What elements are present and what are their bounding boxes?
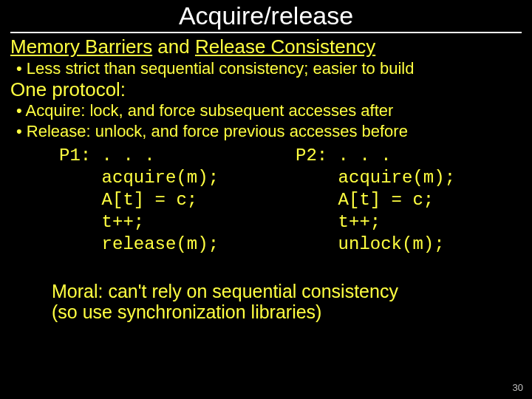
code-block: P1: . . . acquire(m); A[t] = c; t++; rel… bbox=[59, 145, 532, 256]
subtitle-part-c: Release Consistency bbox=[195, 35, 375, 58]
code-p1-label: P1: . . . bbox=[59, 146, 155, 166]
slide-title: Acquire/release bbox=[0, 0, 532, 30]
subtitle-part-b: and bbox=[152, 35, 195, 58]
subtitle-part-a: Memory Barriers bbox=[10, 35, 152, 58]
code-p2-label: P2: . . . bbox=[296, 146, 392, 166]
code-p1-body: acquire(m); A[t] = c; t++; release(m); bbox=[59, 168, 219, 254]
protocol-heading: One protocol: bbox=[10, 79, 522, 100]
bullet-acquire: Acquire: lock, and force subsequent acce… bbox=[28, 101, 532, 120]
moral-line-1: Moral: can't rely on sequential consiste… bbox=[52, 281, 398, 301]
page-number: 30 bbox=[513, 382, 523, 393]
code-col-p1: P1: . . . acquire(m); A[t] = c; t++; rel… bbox=[59, 145, 296, 256]
code-col-p2: P2: . . . acquire(m); A[t] = c; t++; unl… bbox=[296, 145, 532, 256]
bullet-release: Release: unlock, and force previous acce… bbox=[28, 122, 532, 140]
code-p2-body: acquire(m); A[t] = c; t++; unlock(m); bbox=[296, 168, 455, 254]
title-rule bbox=[10, 32, 522, 33]
subtitle: Memory Barriers and Release Consistency bbox=[10, 36, 522, 58]
bullet-seq-consistency: Less strict than sequential consistency;… bbox=[28, 59, 532, 78]
moral-line-2: (so use synchronization libraries) bbox=[52, 301, 321, 322]
moral-text: Moral: can't rely on sequential consiste… bbox=[52, 281, 532, 322]
